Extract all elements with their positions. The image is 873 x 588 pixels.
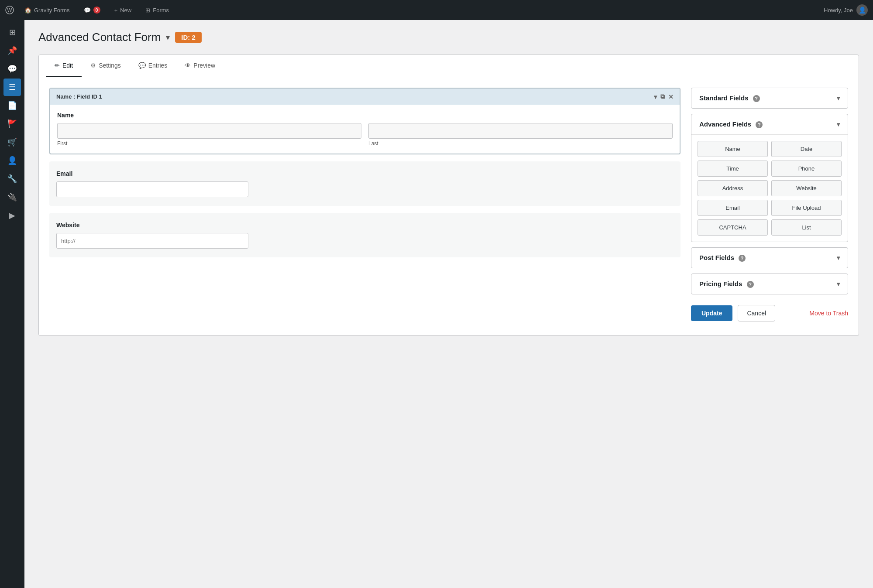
new-label: New: [120, 7, 131, 14]
field-btn-website[interactable]: Website: [771, 180, 842, 196]
content-area: Advanced Contact Form ▾ ID: 2 ✏ Edit ⚙ S…: [24, 20, 873, 588]
form-card: ✏ Edit ⚙ Settings 💬 Entries 👁 Preview: [38, 55, 859, 336]
title-dropdown-arrow[interactable]: ▾: [166, 33, 170, 42]
pricing-fields-help-icon[interactable]: ?: [747, 281, 754, 288]
advanced-fields-body: Name Date Time Phone Address Website Ema…: [691, 134, 848, 242]
settings-tab-icon: ⚙: [90, 62, 96, 69]
field-btn-date[interactable]: Date: [771, 141, 842, 157]
new-item[interactable]: + New: [111, 7, 135, 14]
name-field-block: Name : Field ID 1 ▾ ⧉ ✕ Name: [49, 88, 681, 154]
advanced-fields-grid: Name Date Time Phone Address Website Ema…: [698, 141, 842, 236]
field-btn-list[interactable]: List: [771, 219, 842, 236]
comments-count: 0: [93, 7, 100, 14]
field-btn-address[interactable]: Address: [698, 180, 768, 196]
sidebar-icon-comments[interactable]: 💬: [3, 60, 21, 78]
sidebar-icon-dashboard[interactable]: ⊞: [3, 24, 21, 41]
field-btn-captcha[interactable]: CAPTCHA: [698, 219, 768, 236]
standard-fields-chevron: ▾: [837, 95, 840, 102]
standard-fields-header[interactable]: Standard Fields ? ▾: [691, 88, 848, 108]
comments-item[interactable]: 💬 0: [80, 7, 104, 14]
pricing-fields-group: Pricing Fields ? ▾: [691, 273, 848, 294]
website-field-label: Website: [56, 222, 674, 229]
sidebar-icon-plugins[interactable]: 🔌: [3, 188, 21, 206]
advanced-fields-chevron: ▾: [837, 121, 840, 128]
advanced-fields-help-icon[interactable]: ?: [756, 121, 763, 128]
editor-layout: Name : Field ID 1 ▾ ⧉ ✕ Name: [39, 77, 859, 335]
cancel-button[interactable]: Cancel: [738, 305, 775, 321]
entries-tab-label: Entries: [148, 62, 168, 69]
tab-preview[interactable]: 👁 Preview: [176, 55, 224, 77]
sidebar-icon-feedback[interactable]: 🚩: [3, 115, 21, 133]
field-btn-time[interactable]: Time: [698, 161, 768, 177]
update-button[interactable]: Update: [691, 305, 732, 321]
edit-tab-label: Edit: [62, 62, 73, 69]
name-field-body: Name First Last: [50, 105, 680, 154]
first-name-wrap: First: [57, 123, 361, 147]
site-name-label: Gravity Forms: [34, 7, 70, 14]
field-btn-file-upload[interactable]: File Upload: [771, 200, 842, 216]
howdy-label: Howdy, Joe: [824, 7, 853, 14]
forms-grid-icon: ⊞: [145, 7, 150, 14]
entries-tab-icon: 💬: [138, 62, 146, 69]
name-field-header: Name : Field ID 1 ▾ ⧉ ✕: [50, 89, 680, 105]
main-layout: ⊞ 📌 💬 ☰ 📄 🚩 🛒 👤 🔧 🔌 ▶ Advanced Contact F…: [0, 20, 873, 588]
tab-edit[interactable]: ✏ Edit: [46, 55, 82, 77]
sidebar-icon-pages[interactable]: 📄: [3, 97, 21, 114]
post-fields-group: Post Fields ? ▾: [691, 247, 848, 268]
last-name-input[interactable]: [368, 123, 673, 139]
tab-entries[interactable]: 💬 Entries: [130, 55, 176, 77]
field-btn-name[interactable]: Name: [698, 141, 768, 157]
forms-item[interactable]: ⊞ Forms: [142, 7, 172, 14]
avatar[interactable]: 👤: [856, 4, 868, 16]
settings-tab-label: Settings: [99, 62, 121, 69]
post-fields-title: Post Fields ?: [699, 254, 746, 262]
post-fields-header[interactable]: Post Fields ? ▾: [691, 248, 848, 268]
site-name-item[interactable]: 🏠 Gravity Forms: [21, 7, 73, 14]
admin-bar: W 🏠 Gravity Forms 💬 0 + New ⊞ Forms Howd…: [0, 0, 873, 20]
edit-tab-icon: ✏: [55, 62, 60, 69]
name-field-duplicate-icon[interactable]: ⧉: [660, 93, 665, 100]
preview-tab-icon: 👁: [185, 62, 191, 69]
first-name-sublabel: First: [57, 140, 361, 147]
wp-logo[interactable]: W: [5, 6, 14, 14]
sidebar-icon-gravity-forms[interactable]: ☰: [3, 79, 21, 96]
sidebar: ⊞ 📌 💬 ☰ 📄 🚩 🛒 👤 🔧 🔌 ▶: [0, 20, 24, 588]
tab-settings[interactable]: ⚙ Settings: [82, 55, 130, 77]
name-field-delete-icon[interactable]: ✕: [668, 93, 674, 100]
sidebar-icon-tools[interactable]: 🔧: [3, 170, 21, 188]
email-field-label: Email: [56, 170, 674, 177]
field-btn-phone[interactable]: Phone: [771, 161, 842, 177]
sidebar-icon-play[interactable]: ▶: [3, 207, 21, 224]
first-name-input[interactable]: [57, 123, 361, 139]
last-name-sublabel: Last: [368, 140, 673, 147]
post-fields-help-icon[interactable]: ?: [739, 255, 746, 262]
name-fields-row: First Last: [57, 123, 673, 147]
standard-fields-title: Standard Fields ?: [699, 94, 760, 102]
pricing-fields-title: Pricing Fields ?: [699, 280, 754, 288]
name-field-dropdown-icon[interactable]: ▾: [654, 93, 657, 100]
move-to-trash-button[interactable]: Move to Trash: [809, 310, 848, 317]
sidebar-icon-woocommerce[interactable]: 🛒: [3, 133, 21, 151]
advanced-fields-title: Advanced Fields ?: [699, 120, 763, 128]
action-bar: Update Cancel Move to Trash: [691, 305, 848, 325]
forms-label: Forms: [153, 7, 169, 14]
sidebar-icon-posts[interactable]: 📌: [3, 42, 21, 59]
adminbar-right: Howdy, Joe 👤: [824, 4, 868, 16]
pricing-fields-chevron: ▾: [837, 280, 840, 287]
sidebar-icon-users[interactable]: 👤: [3, 152, 21, 169]
right-panel: Standard Fields ? ▾ Advanced Fields ?: [691, 88, 848, 325]
standard-fields-group: Standard Fields ? ▾: [691, 88, 848, 109]
field-btn-email[interactable]: Email: [698, 200, 768, 216]
website-input[interactable]: [56, 233, 248, 249]
name-field-label: Name: [57, 112, 673, 119]
tabs-bar: ✏ Edit ⚙ Settings 💬 Entries 👁 Preview: [39, 55, 859, 77]
standard-fields-help-icon[interactable]: ?: [753, 95, 760, 102]
last-name-wrap: Last: [368, 123, 673, 147]
page-header: Advanced Contact Form ▾ ID: 2: [38, 31, 859, 44]
pricing-fields-header[interactable]: Pricing Fields ? ▾: [691, 274, 848, 294]
form-editor: Name : Field ID 1 ▾ ⧉ ✕ Name: [49, 88, 681, 325]
name-field-title: Name : Field ID 1: [56, 93, 102, 100]
email-input[interactable]: [56, 181, 248, 197]
website-field-block: Website: [49, 213, 681, 257]
advanced-fields-header[interactable]: Advanced Fields ? ▾: [691, 114, 848, 134]
